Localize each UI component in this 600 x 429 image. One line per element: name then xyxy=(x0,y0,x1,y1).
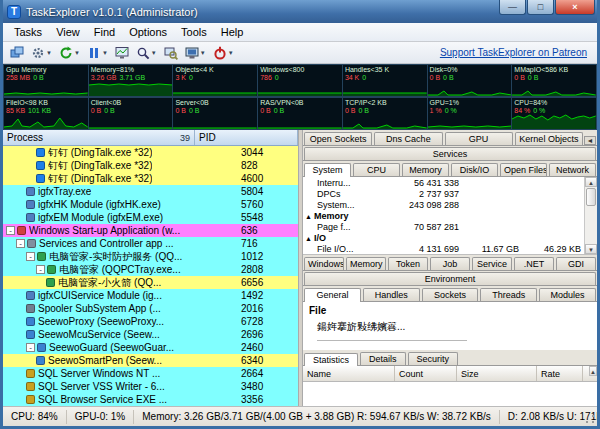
graph-monitor-button[interactable] xyxy=(112,43,132,63)
stats-header-name[interactable]: Name xyxy=(303,366,395,381)
process-row[interactable]: -SeewoGuard (SeewoGuar...2460 xyxy=(3,341,298,354)
dropdown-arrow-icon[interactable]: ▼ xyxy=(46,50,52,56)
power-button[interactable]: ▼ xyxy=(210,43,237,63)
tab--net[interactable]: .NET xyxy=(514,257,554,270)
tab-disk-io[interactable]: Disk/IO xyxy=(451,163,498,176)
tab-environment[interactable]: Environment xyxy=(304,272,596,285)
tab-threads[interactable]: Threads xyxy=(480,288,537,301)
graph-panel-memory-81-[interactable]: Memory=81%3.26 GB3.71 GB xyxy=(89,64,174,97)
windows-button[interactable] xyxy=(7,43,27,63)
maximize-button[interactable]: □ xyxy=(527,0,554,15)
process-row[interactable]: Spooler SubSystem App (...2016 xyxy=(3,302,298,315)
process-row[interactable]: igfxCUIService Module (ig...1492 xyxy=(3,289,298,302)
dropdown-arrow-icon[interactable]: ▼ xyxy=(102,50,108,56)
tab-open-sockets[interactable]: Open Sockets xyxy=(304,132,372,145)
process-row[interactable]: -Windows Start-up Application (w...636 xyxy=(3,224,298,237)
tab-job[interactable]: Job xyxy=(430,257,470,270)
graph-panel-client-0b[interactable]: Client<0B0 B0 B xyxy=(89,97,174,130)
tab-modules[interactable]: Modules xyxy=(539,288,596,301)
system-table-row[interactable]: System...243 098 288 xyxy=(303,199,584,210)
system-table-row[interactable]: DPCs2 737 937 xyxy=(303,188,584,199)
tab-cpu[interactable]: CPU xyxy=(353,163,400,176)
process-row[interactable]: -Services and Controller app ...716 xyxy=(3,237,298,250)
tab-statistics[interactable]: Statistics xyxy=(304,353,358,366)
tree-expander-icon[interactable]: - xyxy=(26,343,35,352)
tab-kernel-objects[interactable]: Kernel Objects xyxy=(515,132,583,145)
computer-button[interactable]: ▼ xyxy=(182,43,209,63)
resize-grip[interactable] xyxy=(584,413,596,425)
process-row[interactable]: SeewoProxy (SeewoProxy...6728 xyxy=(3,315,298,328)
stats-header-rate[interactable]: Rate xyxy=(537,366,583,381)
tree-expander-icon[interactable]: - xyxy=(6,226,15,235)
settings-button[interactable]: ▼ xyxy=(28,43,55,63)
tab-service[interactable]: Service xyxy=(472,257,512,270)
tab-memory[interactable]: Memory xyxy=(402,163,449,176)
tab-services[interactable]: Services xyxy=(304,147,596,160)
process-row[interactable]: SQL Browser Service EXE ...3356 xyxy=(3,393,298,406)
title-bar[interactable]: T TaskExplorer v1.0.1 (Administrator) — … xyxy=(3,0,597,23)
graph-panel-gpu-1-[interactable]: GPU=1%1 %0 % xyxy=(428,97,513,130)
system-table-scrollbar[interactable]: ▲ ▼ xyxy=(584,177,597,254)
process-row[interactable]: SQL Server VSS Writer - 6...3480 xyxy=(3,380,298,393)
tab-open-files[interactable]: Open Files xyxy=(500,163,547,176)
system-table-row[interactable]: Page f...70 587 281 xyxy=(303,221,584,232)
tab-details[interactable]: Details xyxy=(360,352,406,365)
process-row[interactable]: 钉钉 (DingTalk.exe *32)4600 xyxy=(3,172,298,185)
tab-general[interactable]: General xyxy=(304,288,361,302)
tree-expander-icon[interactable]: - xyxy=(26,252,35,261)
stats-header-size[interactable]: Size xyxy=(457,366,537,381)
tab-security[interactable]: Security xyxy=(408,352,459,365)
graph-panel-fileio-98-kb[interactable]: FileIO<98 KB85 KB101 KB xyxy=(3,97,89,130)
system-table-row[interactable]: Interru...56 431 338 xyxy=(303,177,584,188)
tree-expander-icon[interactable]: - xyxy=(36,265,45,274)
system-table-row[interactable]: ▲Memory xyxy=(303,210,584,221)
process-row[interactable]: 钉钉 (DingTalk.exe *32)3044 xyxy=(3,146,298,159)
refresh-button[interactable]: ▼ xyxy=(56,43,83,63)
collapse-triangle-icon[interactable]: ▲ xyxy=(305,213,312,220)
pid-column-header[interactable]: PID xyxy=(195,130,298,145)
process-column-header[interactable]: Process 39 xyxy=(3,130,195,145)
tab-sockets[interactable]: Sockets xyxy=(422,288,479,301)
process-row[interactable]: igfxHK Module (igfxHK.exe)5760 xyxy=(3,198,298,211)
stats-header-count[interactable]: Count xyxy=(395,366,457,381)
tab-token[interactable]: Token xyxy=(388,257,428,270)
menu-tools[interactable]: Tools xyxy=(174,24,214,40)
tab-scroll-left-button[interactable]: ◄ xyxy=(584,136,596,145)
graph-panel-disk-0-[interactable]: Disk=0%0 B0 B xyxy=(428,64,513,97)
menu-help[interactable]: Help xyxy=(214,24,251,40)
scroll-thumb[interactable] xyxy=(586,188,596,206)
graph-panel-windows-800[interactable]: Windows<8007860 xyxy=(258,64,343,97)
graph-panel-tcp-ip-2-kb[interactable]: TCP/IP<2 KB0 B0 B xyxy=(343,97,428,130)
tab-gpu[interactable]: GPU xyxy=(445,132,513,145)
close-button[interactable]: × xyxy=(555,0,595,15)
menu-find[interactable]: Find xyxy=(87,24,122,40)
stats-scroll-up-icon[interactable]: ▲ xyxy=(589,366,597,376)
system-table-row[interactable]: File I/O...4 131 69911.67 GB46.29 KB xyxy=(303,243,584,254)
system-table-row[interactable]: ▲I/O xyxy=(303,232,584,243)
tree-expander-icon[interactable]: - xyxy=(16,239,25,248)
menu-options[interactable]: Options xyxy=(122,24,174,40)
graph-panel-objects-4-k[interactable]: Objects<4 K3 K0 xyxy=(173,64,258,97)
minimize-button[interactable]: — xyxy=(499,0,526,15)
process-row[interactable]: 钉钉 (DingTalk.exe *32)828 xyxy=(3,159,298,172)
graph-panel-server-0b[interactable]: Server<0B0 B0 B xyxy=(173,97,258,130)
menu-tasks[interactable]: Tasks xyxy=(7,24,49,40)
process-row[interactable]: 电脑管家-小火箭 (QQ...6656 xyxy=(3,276,298,289)
tab-network[interactable]: Network xyxy=(549,163,596,176)
graph-panel-cpu-84-[interactable]: CPU=84%84 %0 % xyxy=(512,97,597,130)
find-window-button[interactable] xyxy=(161,43,181,63)
tab-windows[interactable]: Windows xyxy=(304,257,344,270)
tab-dns-cache[interactable]: Dns Cache xyxy=(374,132,442,145)
search-button[interactable]: ▼ xyxy=(133,43,160,63)
process-row[interactable]: SQL Server Windows NT ...2664 xyxy=(3,367,298,380)
tab-gdi[interactable]: GDI xyxy=(556,257,596,270)
tab-handles[interactable]: Handles xyxy=(363,288,420,301)
graph-panel-mmapio-586-kb[interactable]: MMapIO<586 KB0 B0 B xyxy=(512,64,597,97)
tab-memory[interactable]: Memory xyxy=(346,257,386,270)
dropdown-arrow-icon[interactable]: ▼ xyxy=(200,50,206,56)
dropdown-arrow-icon[interactable]: ▼ xyxy=(151,50,157,56)
process-row[interactable]: igfxTray.exe5804 xyxy=(3,185,298,198)
process-row[interactable]: -电脑管家-实时防护服务 (QQ...1012 xyxy=(3,250,298,263)
process-row[interactable]: -电脑管家 (QQPCTray.exe...2808 xyxy=(3,263,298,276)
tab-system[interactable]: System xyxy=(304,163,351,177)
